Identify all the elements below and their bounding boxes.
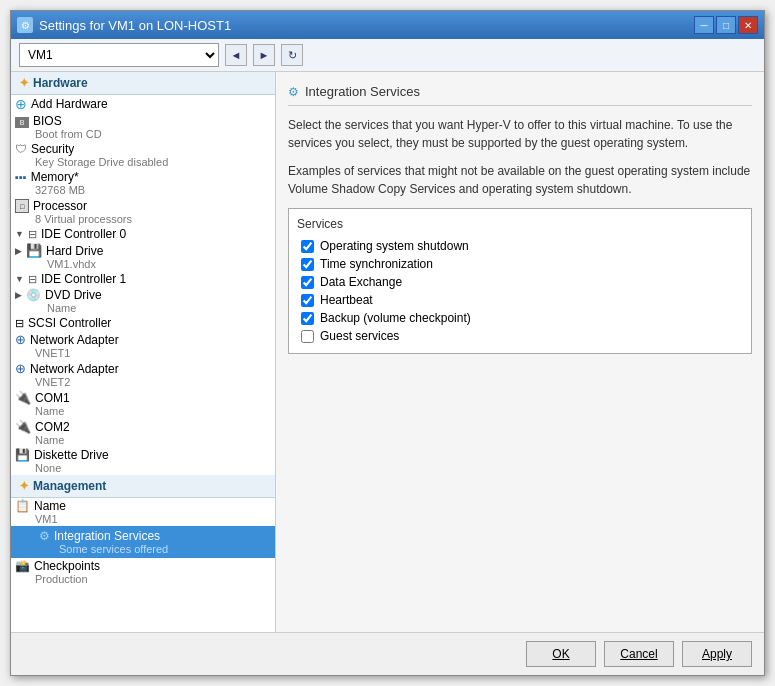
name-icon: 📋 (15, 499, 30, 513)
net1-icon: ⊕ (15, 332, 26, 347)
sidebar-item-memory[interactable]: ▪▪▪ Memory* 32768 MB (11, 169, 275, 197)
ok-button[interactable]: OK (526, 641, 596, 667)
title-bar: ⚙ Settings for VM1 on LON-HOST1 ─ □ ✕ (11, 11, 764, 39)
add-hardware-label: Add Hardware (31, 97, 108, 111)
main-content: ✦ Hardware ⊕ Add Hardware B (11, 72, 764, 632)
diskette-label: Diskette Drive (34, 448, 109, 462)
service-checkbox-timesync[interactable] (301, 258, 314, 271)
checkpoints-sub: Production (15, 573, 100, 585)
service-label-guest: Guest services (320, 329, 399, 343)
ide0-icon: ⊟ (28, 228, 37, 241)
forward-button[interactable]: ► (253, 44, 275, 66)
sidebar-item-add-hardware[interactable]: ⊕ Add Hardware (11, 95, 275, 113)
sidebar-item-com1[interactable]: 🔌 COM1 Name (11, 389, 275, 418)
hardware-section-header: ✦ Hardware (11, 72, 275, 95)
sidebar-item-processor[interactable]: □ Processor 8 Virtual processors (11, 197, 275, 226)
hardware-label: Hardware (33, 76, 88, 90)
add-hardware-icon: ⊕ (15, 96, 27, 112)
ide0-label: IDE Controller 0 (41, 227, 126, 241)
net2-label: Network Adapter (30, 362, 119, 376)
dvd-sub: Name (15, 302, 102, 314)
panel-desc1: Select the services that you want Hyper-… (288, 116, 752, 152)
vm-selector[interactable]: VM1 (19, 43, 219, 67)
right-panel: ⚙ Integration Services Select the servic… (276, 72, 764, 632)
service-item-guest: Guest services (297, 327, 743, 345)
cancel-button[interactable]: Cancel (604, 641, 674, 667)
toolbar: VM1 ◄ ► ↻ (11, 39, 764, 72)
service-checkbox-backup[interactable] (301, 312, 314, 325)
service-checkbox-heartbeat[interactable] (301, 294, 314, 307)
com1-sub: Name (15, 405, 70, 417)
net1-sub: VNET1 (15, 347, 119, 359)
harddrive-expand-icon: ▶ (15, 246, 22, 256)
service-checkbox-dataexchange[interactable] (301, 276, 314, 289)
sidebar-item-diskette[interactable]: 💾 Diskette Drive None (11, 447, 275, 475)
integration-label: Integration Services (54, 529, 160, 543)
sidebar-item-net1[interactable]: ⊕ Network Adapter VNET1 (11, 331, 275, 360)
maximize-button[interactable]: □ (716, 16, 736, 34)
service-label-heartbeat: Heartbeat (320, 293, 373, 307)
security-sub: Key Storage Drive disabled (15, 156, 168, 168)
com2-icon: 🔌 (15, 419, 31, 434)
ide1-icon: ⊟ (28, 273, 37, 286)
panel-icon: ⚙ (288, 85, 299, 99)
service-item-shutdown: Operating system shutdown (297, 237, 743, 255)
service-item-dataexchange: Data Exchange (297, 273, 743, 291)
memory-sub: 32768 MB (15, 184, 85, 196)
name-sub: VM1 (15, 513, 66, 525)
com1-icon: 🔌 (15, 390, 31, 405)
sidebar-item-scsi[interactable]: ⊟ SCSI Controller (11, 315, 275, 331)
net2-sub: VNET2 (15, 376, 119, 388)
sidebar-item-checkpoints[interactable]: 📸 Checkpoints Production (11, 558, 275, 586)
sidebar-item-ide0[interactable]: ▼ ⊟ IDE Controller 0 (11, 226, 275, 242)
sidebar-item-bios[interactable]: B BIOS Boot from CD (11, 113, 275, 141)
net2-icon: ⊕ (15, 361, 26, 376)
harddrive-label: Hard Drive (46, 244, 103, 258)
panel-title: Integration Services (305, 84, 420, 99)
sidebar-item-dvd-drive[interactable]: ▶ 💿 DVD Drive Name (11, 287, 275, 315)
management-icon: ✦ (19, 479, 29, 493)
dvd-icon: 💿 (26, 288, 41, 302)
sidebar-item-hard-drive[interactable]: ▶ 💾 Hard Drive VM1.vhdx (11, 242, 275, 271)
services-group: Services Operating system shutdown Time … (288, 208, 752, 354)
panel-desc2: Examples of services that might not be a… (288, 162, 752, 198)
sidebar-item-name[interactable]: 📋 Name VM1 (11, 498, 275, 526)
service-item-timesync: Time synchronization (297, 255, 743, 273)
service-label-backup: Backup (volume checkpoint) (320, 311, 471, 325)
ide1-label: IDE Controller 1 (41, 272, 126, 286)
apply-button[interactable]: Apply (682, 641, 752, 667)
panel-header: ⚙ Integration Services (288, 84, 752, 106)
com2-sub: Name (15, 434, 70, 446)
service-checkbox-shutdown[interactable] (301, 240, 314, 253)
checkpoints-label: Checkpoints (34, 559, 100, 573)
security-icon: 🛡 (15, 142, 27, 156)
harddrive-icon: 💾 (26, 243, 42, 258)
service-label-shutdown: Operating system shutdown (320, 239, 469, 253)
service-item-backup: Backup (volume checkpoint) (297, 309, 743, 327)
management-section-header: ✦ Management (11, 475, 275, 498)
sidebar-item-com2[interactable]: 🔌 COM2 Name (11, 418, 275, 447)
hardware-icon: ✦ (19, 76, 29, 90)
sidebar-item-net2[interactable]: ⊕ Network Adapter VNET2 (11, 360, 275, 389)
sidebar-item-integration[interactable]: ⚙ Integration Services Some services off… (11, 526, 275, 558)
sidebar-item-ide1[interactable]: ▼ ⊟ IDE Controller 1 (11, 271, 275, 287)
services-label: Services (297, 217, 743, 231)
sidebar-item-security[interactable]: 🛡 Security Key Storage Drive disabled (11, 141, 275, 169)
minimize-button[interactable]: ─ (694, 16, 714, 34)
title-bar-controls: ─ □ ✕ (694, 16, 758, 34)
com2-label: COM2 (35, 420, 70, 434)
diskette-icon: 💾 (15, 448, 30, 462)
refresh-button[interactable]: ↻ (281, 44, 303, 66)
dvd-label: DVD Drive (45, 288, 102, 302)
ide1-expand-icon: ▼ (15, 274, 24, 284)
bios-label: BIOS (33, 114, 62, 128)
processor-label: Processor (33, 199, 87, 213)
bios-sub: Boot from CD (15, 128, 102, 140)
diskette-sub: None (15, 462, 109, 474)
service-checkbox-guest[interactable] (301, 330, 314, 343)
close-button[interactable]: ✕ (738, 16, 758, 34)
window-title: Settings for VM1 on LON-HOST1 (39, 18, 231, 33)
com1-label: COM1 (35, 391, 70, 405)
integration-icon: ⚙ (39, 529, 50, 543)
back-button[interactable]: ◄ (225, 44, 247, 66)
